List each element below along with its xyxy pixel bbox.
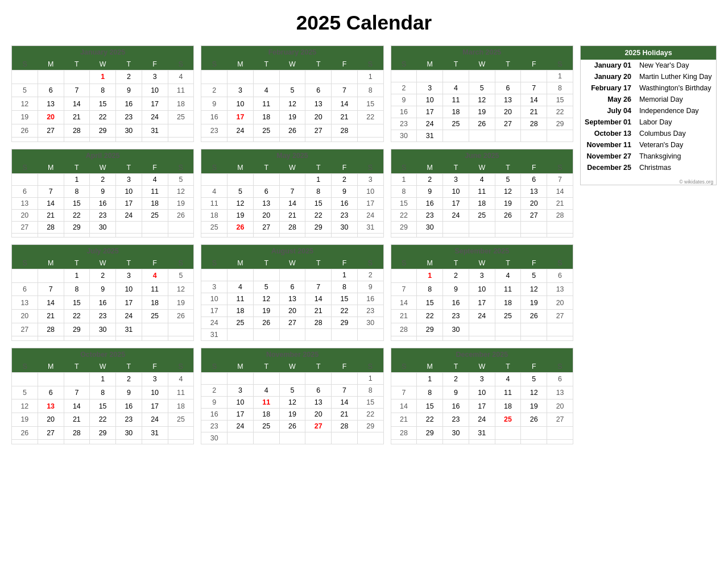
holiday-row: November 27Thanksgiving [581, 151, 716, 162]
october-calendar: October 2025 S M T W T F S 1 2 [11, 348, 194, 444]
june-calendar: June 2025 S M T W T F S 1 2 3 4 5 [391, 149, 573, 238]
holiday-name: Wasthington's Birthday [636, 82, 716, 94]
holiday-date: September 01 [581, 116, 636, 128]
holiday-row: May 26Memorial Day [581, 94, 716, 105]
holiday-name: Christmas [636, 162, 716, 173]
holiday-name: Independence Day [636, 105, 716, 116]
may-calendar: May 2025 S M T W T F S 1 [201, 149, 383, 238]
january-calendar: January 2025 S M T W T F S 1 2 [11, 45, 194, 142]
holiday-name: Columbus Day [636, 128, 716, 139]
holiday-date: July 04 [581, 105, 636, 116]
holiday-row: January 01New Year's Day [581, 60, 716, 71]
holiday-row: September 01Labor Day [581, 116, 716, 128]
holiday-row: October 13Columbus Day [581, 128, 716, 139]
holiday-date: February 17 [581, 82, 636, 94]
holidays-panel: 2025 Holidays January 01New Year's DayJa… [580, 45, 717, 185]
april-calendar: April 2025 S M T W T F S 1 2 3 [11, 149, 194, 238]
page-title: 2025 Calendar [11, 11, 717, 34]
august-calendar: August 2025 S M T W T F S [201, 244, 383, 341]
holiday-row: November 11Veteran's Day [581, 139, 716, 151]
holiday-row: January 20Martin Luther King Day [581, 71, 716, 82]
holiday-name: New Year's Day [636, 60, 716, 71]
july-calendar: July 2025 S M T W T F S 1 2 3 [11, 244, 194, 341]
holiday-name: Memorial Day [636, 94, 716, 105]
main-layout: January 2025 S M T W T F S 1 2 [11, 45, 717, 444]
holiday-date: January 01 [581, 60, 636, 71]
holiday-date: May 26 [581, 94, 636, 105]
march-calendar: March 2025 S M T W T F S [391, 45, 573, 142]
holidays-header: 2025 Holidays [581, 46, 716, 60]
holiday-date: November 11 [581, 139, 636, 151]
holiday-row: December 25Christmas [581, 162, 716, 173]
january-header: January 2025 [12, 46, 194, 59]
calendars-grid: January 2025 S M T W T F S 1 2 [11, 45, 573, 444]
holiday-date: December 25 [581, 162, 636, 173]
holiday-date: November 27 [581, 151, 636, 162]
holiday-row: July 04Independence Day [581, 105, 716, 116]
september-calendar: September 2025 S M T W T F S 1 2 3 4 [391, 244, 573, 341]
holiday-name: Labor Day [636, 116, 716, 128]
holiday-name: Thanksgiving [636, 151, 716, 162]
copyright: © wikidates.org [581, 179, 716, 185]
november-calendar: November 2025 S M T W T F S [201, 348, 383, 444]
holiday-row: February 17Wasthington's Birthday [581, 82, 716, 94]
holiday-name: Martin Luther King Day [636, 71, 716, 82]
december-calendar: December 2025 S M T W T F S 1 2 3 4 [391, 348, 573, 444]
holiday-name: Veteran's Day [636, 139, 716, 151]
february-calendar: February 2025 S M T W T F S [201, 45, 383, 142]
holiday-date: January 20 [581, 71, 636, 82]
holiday-date: October 13 [581, 128, 636, 139]
holidays-table: January 01New Year's DayJanuary 20Martin… [581, 60, 716, 173]
